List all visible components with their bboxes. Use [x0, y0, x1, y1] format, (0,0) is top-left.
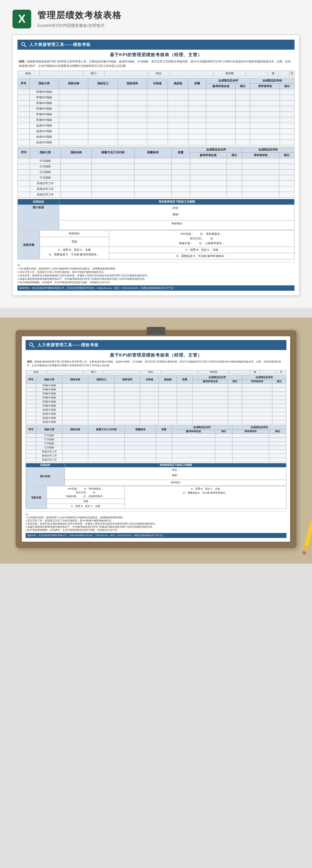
table-row: 其他日常工作	[18, 186, 294, 192]
note-title: 注：	[18, 264, 294, 267]
table-row: 常规KPI指标	[26, 388, 286, 392]
label-period: 考评期	[213, 71, 246, 76]
table-row: 其他日常工作	[18, 192, 294, 198]
label-name: 姓名	[18, 71, 40, 76]
table-row: 常规KPI指标	[18, 95, 294, 100]
evaluator-label: 考评者评语及下阶段工作期望	[59, 199, 294, 205]
note-4: 4.加减分项是指在影响考核结果的情况下，针对被考核者进行的专门到奖励可能长期在本…	[18, 277, 294, 281]
grade-detail-2: A、优秀 B、良好 C、合格	[46, 504, 125, 509]
grade-content-2: A、优秀 B、良好 C、合格 D、需要改进 E、不合格 被考评者签名：	[125, 487, 286, 509]
header-area: X 管理层绩效考核表格 Excel/A4打印/内容随意修改/自带格式	[12, 9, 300, 28]
label-month2: 月	[289, 71, 294, 76]
svg-line-3	[32, 346, 34, 347]
note-5: 5.此为考核表格模板，仅供参考，企业可根据实际情况进行改版，在绩效总分分方式。	[18, 281, 294, 284]
value-month	[279, 71, 289, 76]
footer-bar: 版权所有：北京某某某管理顾问有限公司，无有任何转载请注明出处：128x128.c…	[18, 285, 294, 291]
pencil-decoration	[302, 500, 312, 555]
table-row: 常规KPI指标	[18, 117, 294, 123]
doc-main-title: 基于KPI的管理层绩效考核表（经理、主管）	[18, 52, 294, 58]
table-row: 改进KPI指标	[18, 129, 294, 134]
evaluator-label-2: 考评者评语及下阶段工作期望	[65, 463, 286, 467]
grade-values2: D、需要改进 E、不合格 被考评者签名：	[109, 253, 294, 259]
label-month1: 第	[268, 71, 279, 76]
table-row: 改进KPI指标	[18, 134, 294, 140]
page-subtitle: Excel/A4打印/内容随意修改/自带格式	[37, 23, 122, 28]
svg-point-0	[22, 42, 25, 45]
feedback-table-2: 信息反馈 KPI完成：分 考评者签名： 其它已完：分 加减分项：分 上级领导签名…	[26, 486, 286, 509]
note-1: 1.KPI权重为依据：是指管理个人的KPI指标和行为指标的完成情况，说明数据来源…	[18, 267, 294, 270]
grade-values: A、优秀 B、良好 C、合格	[109, 247, 294, 253]
clipboard-clip	[147, 327, 165, 335]
table-row: 行为指标	[18, 164, 294, 169]
behavior-table-2: 序号 指标大类 指标名称 衡量方法/工作内容 衡量标准 权重 达成情况及自评 达…	[26, 425, 286, 462]
clipboard-paper: 人力资源管理工具——绩效考核 基于KPI的管理层绩效考核表（经理、主管） 说明：…	[22, 336, 290, 542]
reviewer-content: KPI完成：分 考评者签名： 其它已完：分 加减分项：分 上级领导签名：	[109, 231, 294, 247]
summary-table-2: 自我总结 考评者评语及下阶段工作期望 能力改进 评语：期望： 考评得分	[26, 463, 286, 486]
doc-main-title-2: 基于KPI的管理层绩效考核表（经理、主管）	[26, 352, 286, 358]
table-row: 行为指标	[26, 434, 286, 438]
table-row: 常规KPI指标	[26, 384, 286, 388]
kpi-table-2: 序号 指标大类 指标名称 指标定义 指标说明 目标值 挑战值 权重 达成情况及自…	[26, 375, 286, 424]
ability-content-left: 评语： 期望：	[59, 205, 294, 220]
top-section: X 管理层绩效考核表格 Excel/A4打印/内容随意修改/自带格式 人力资源管…	[0, 0, 312, 308]
table-row: 常规KPI指标	[26, 396, 286, 400]
value-dept	[105, 71, 148, 76]
score-area: 考评得分	[59, 220, 294, 230]
ability-content-2: 评语：期望：	[65, 467, 286, 480]
doc-header-2: 人力资源管理工具——绩效考核	[26, 340, 286, 350]
score-content-2: KPI完成：分 考评者签名： 其它已完：分 加减分项：分 上级领导签名：	[46, 487, 125, 499]
table-row: 其他日常工作	[26, 450, 286, 454]
summary-label: 自我总结	[18, 199, 59, 205]
score-label: 考评得分	[61, 222, 293, 226]
table-row: 行为指标	[26, 446, 286, 450]
comment-label: 评语：	[61, 206, 293, 210]
doc-description: 说明：该绩效考核表适用于部门经理及主管等管理人员，主要包括常规KPI指标、改进K…	[18, 60, 294, 68]
table-row: 行为指标	[26, 438, 286, 442]
doc-header-title: 人力资源管理工具——绩效考核	[29, 42, 91, 48]
table-row: 行为指标	[18, 169, 294, 175]
table-row: 其他日常工作	[26, 454, 286, 458]
search-icon	[21, 41, 27, 48]
table-row: 其他日常工作	[18, 181, 294, 186]
table-row: 改进KPI指标	[26, 416, 286, 420]
doc-header: 人力资源管理工具——绩效考核	[18, 40, 294, 50]
table-row: 改进KPI指标	[26, 420, 286, 424]
desc-text-2: 该绩效考核表适用于部门经理及主管等管理人员，主要包括常规KPI指标、改进KPI指…	[27, 360, 281, 367]
ability-label-2: 能力改进	[26, 467, 65, 486]
note-2: 2.其它日常工作：是指其它日常工作的完成情况，是KPI考核中辅助考核的补充。	[18, 270, 294, 274]
table-row: 常规KPI指标	[26, 392, 286, 396]
info-table-2: 姓名 部门 职位 考评期 第 月	[26, 370, 286, 374]
feedback-table: 信息反馈 考评得分 KPI完成：分 考评者签名： 其它已完：分 加减分项：分 上…	[18, 230, 294, 259]
table-row: 常规KPI指标	[18, 112, 294, 117]
info-label-2: 信息反馈	[26, 487, 47, 509]
svg-point-2	[30, 343, 33, 346]
doc-description-2: 说明：该绩效考核表适用于部门经理及主管等管理人员，主要包括常规KPI指标、改进K…	[26, 360, 286, 368]
label-position: 职位	[148, 71, 170, 76]
summary-label-2: 自我总结	[26, 463, 65, 467]
summary-table: 自我总结 考评者评语及下阶段工作期望 能力改进 评语： 期望： 考评得分	[18, 199, 294, 230]
table-row: 行为指标	[26, 442, 286, 446]
table-row: 其他日常工作	[26, 458, 286, 462]
page-title: 管理层绩效考核表格	[37, 9, 122, 21]
table-row: 改进KPI指标	[26, 412, 286, 416]
grade-area: 等级	[40, 237, 109, 247]
value-position	[170, 71, 213, 76]
score-area-2: 考评得分	[65, 480, 286, 486]
label-dept: 部门	[83, 71, 105, 76]
table-row: 常规KPI指标	[18, 89, 294, 95]
table-row: 改进KPI指标	[18, 123, 294, 129]
ability-label: 能力改进	[18, 205, 59, 230]
excel-letter: X	[18, 12, 26, 26]
desc-label-2: 说明：	[27, 360, 34, 363]
info-feedback-label: 信息反馈	[18, 231, 40, 259]
value-year	[246, 71, 268, 76]
table-row: 行为指标	[18, 175, 294, 181]
desc-text: 该绩效考核表适用于部门经理及主管等管理人员，主要包括常规KPI指标、改进KPI指…	[19, 60, 291, 67]
doc-header-title-2: 人力资源管理工具——绩效考核	[37, 342, 99, 348]
table-row: 常规KPI指标	[26, 404, 286, 408]
table-row: 常规KPI指标	[18, 100, 294, 106]
info-table: 姓名 部门 职位 考评期 第 月	[18, 70, 294, 76]
notes-section: 注： 1.KPI权重为依据：是指管理个人的KPI指标和行为指标的完成情况，说明数…	[18, 262, 294, 284]
expectation-label: 期望：	[61, 213, 293, 217]
header-text: 管理层绩效考核表格 Excel/A4打印/内容随意修改/自带格式	[37, 9, 122, 28]
